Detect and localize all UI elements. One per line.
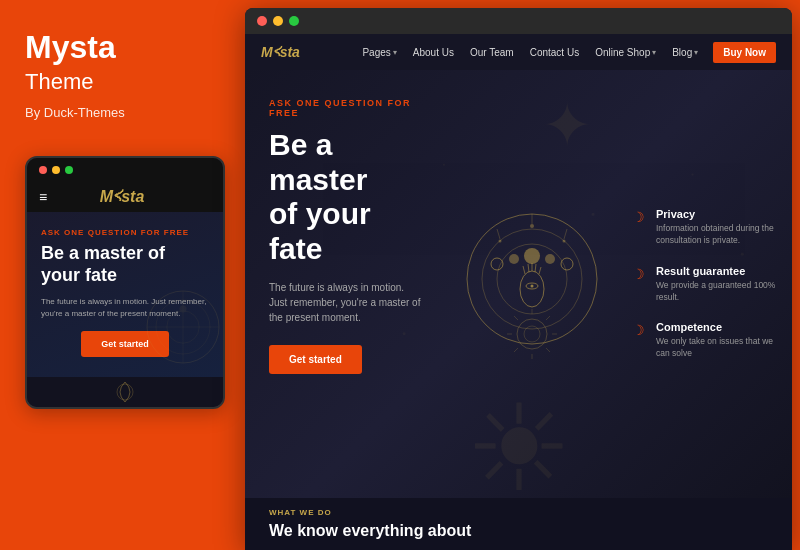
svg-line-26: [535, 264, 536, 272]
svg-point-17: [491, 258, 503, 270]
nav-team[interactable]: Our Team: [463, 43, 521, 62]
nav-about[interactable]: About Us: [406, 43, 461, 62]
svg-line-43: [546, 316, 550, 320]
buy-now-button[interactable]: Buy Now: [713, 42, 776, 63]
svg-point-19: [524, 248, 540, 264]
feature-privacy-content: Privacy Information obtained during the …: [656, 208, 776, 247]
brand-author: By Duck-Themes: [25, 105, 125, 120]
chevron-down-icon: ▾: [694, 48, 698, 57]
svg-line-44: [514, 348, 518, 352]
feature-competence-desc: We only take on issues that we can solve: [656, 336, 776, 360]
svg-line-23: [523, 266, 525, 274]
svg-line-24: [528, 264, 529, 272]
site-content: M⧼sta Pages ▾ About Us Our Team Contact …: [245, 34, 792, 550]
mobile-browser-chrome: [27, 158, 223, 182]
bottom-heading: We know everything about: [269, 522, 768, 540]
browser-dot-red: [257, 16, 267, 26]
svg-point-36: [517, 319, 547, 349]
mobile-logo: M⧼sta: [100, 188, 144, 206]
mobile-dot-yellow: [52, 166, 60, 174]
svg-line-27: [539, 267, 541, 274]
svg-point-14: [467, 214, 597, 344]
feature-privacy: ☽ Privacy Information obtained during th…: [632, 208, 776, 247]
mystical-art-svg: [457, 204, 607, 364]
hero-center: [442, 70, 622, 498]
mobile-nav: ≡ M⧼sta: [27, 182, 223, 212]
nav-links: Pages ▾ About Us Our Team Contact Us Onl…: [355, 42, 776, 63]
feature-privacy-title: Privacy: [656, 208, 776, 220]
what-we-do-label: WHAT WE DO: [269, 508, 768, 517]
mobile-moon-svg: [95, 377, 155, 407]
feature-competence: ☽ Competence We only take on issues that…: [632, 321, 776, 360]
svg-point-18: [509, 254, 519, 264]
mobile-bottom-deco: [27, 377, 223, 407]
ask-label: ASK ONE QUESTION FOR FREE: [269, 98, 422, 118]
feature-privacy-desc: Information obtained during the consulta…: [656, 223, 776, 247]
brand-title: Mysta: [25, 30, 116, 65]
hamburger-icon: ≡: [39, 189, 47, 205]
mobile-dot-red: [39, 166, 47, 174]
nav-contact[interactable]: Contact Us: [523, 43, 586, 62]
nav-blog[interactable]: Blog ▾: [665, 43, 705, 62]
hero-cta-button[interactable]: Get started: [269, 345, 362, 374]
svg-point-37: [524, 326, 540, 342]
svg-point-6: [117, 384, 133, 400]
site-nav: M⧼sta Pages ▾ About Us Our Team Contact …: [245, 34, 792, 70]
svg-line-45: [546, 348, 550, 352]
svg-point-35: [563, 240, 566, 243]
feature-guarantee: ☽ Result guarantee We provide a guarante…: [632, 265, 776, 304]
moon-icon-2: ☽: [632, 266, 648, 282]
svg-point-20: [545, 254, 555, 264]
svg-line-32: [497, 229, 500, 239]
feature-guarantee-desc: We provide a guaranteed 100% result.: [656, 280, 776, 304]
hero-title: Be a master of your fate: [269, 128, 422, 266]
mobile-ask-label: ASK ONE QUESTION FOR FREE: [41, 228, 209, 237]
svg-point-29: [531, 285, 534, 288]
mobile-mockup: ≡ M⧼sta ASK ONE QUESTION FOR FREE Be a m…: [25, 156, 225, 409]
svg-line-34: [564, 229, 567, 239]
hero-section: ☀ ✦ ASK ONE QUESTION FOR FREE Be a maste…: [245, 70, 792, 498]
feature-competence-title: Competence: [656, 321, 776, 333]
svg-point-33: [499, 240, 502, 243]
browser-dot-yellow: [273, 16, 283, 26]
bottom-strip: WHAT WE DO We know everything about: [245, 498, 792, 550]
mobile-dot-green: [65, 166, 73, 174]
hero-description: The future is always in motion. Just rem…: [269, 280, 422, 325]
site-logo: M⧼sta: [261, 44, 300, 60]
right-panel: M⧼sta Pages ▾ About Us Our Team Contact …: [245, 8, 792, 550]
browser-dot-green: [289, 16, 299, 26]
chevron-down-icon: ▾: [652, 48, 656, 57]
brand-subtitle: Theme: [25, 69, 93, 95]
nav-pages[interactable]: Pages ▾: [355, 43, 403, 62]
svg-point-21: [561, 258, 573, 270]
hero-features: ☽ Privacy Information obtained during th…: [622, 70, 792, 498]
moon-icon-3: ☽: [632, 322, 648, 338]
feature-competence-content: Competence We only take on issues that w…: [656, 321, 776, 360]
svg-point-31: [530, 224, 534, 228]
mobile-hero: ASK ONE QUESTION FOR FREE Be a master of…: [27, 212, 223, 377]
feature-guarantee-content: Result guarantee We provide a guaranteed…: [656, 265, 776, 304]
hero-left: ASK ONE QUESTION FOR FREE Be a master of…: [245, 70, 442, 498]
svg-point-5: [179, 305, 186, 312]
moon-icon: ☽: [632, 209, 648, 225]
feature-guarantee-title: Result guarantee: [656, 265, 776, 277]
chevron-down-icon: ▾: [393, 48, 397, 57]
svg-line-42: [514, 316, 518, 320]
mobile-hero-title: Be a master of your fate: [41, 243, 209, 286]
mobile-astro-svg: [138, 282, 223, 372]
left-panel: Mysta Theme By Duck-Themes ≡ M⧼sta ASK O…: [0, 0, 245, 550]
nav-shop[interactable]: Online Shop ▾: [588, 43, 663, 62]
browser-chrome: [245, 8, 792, 34]
